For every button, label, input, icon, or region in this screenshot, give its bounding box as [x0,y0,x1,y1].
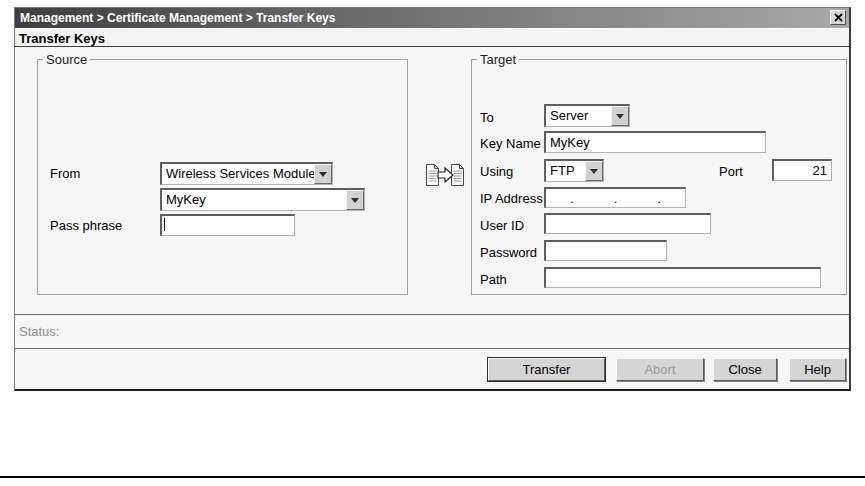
user-id-input[interactable] [544,213,711,234]
ip-dot: . [614,191,618,206]
path-input[interactable] [544,267,821,288]
to-select[interactable]: Server [544,104,630,127]
transfer-keys-dialog: Management > Certificate Management > Tr… [14,7,851,391]
ip-dot: . [570,191,574,206]
port-input[interactable] [772,159,832,181]
source-key-select[interactable]: MyKey [160,188,365,211]
page: Management > Certificate Management > Tr… [0,0,865,486]
text-cursor [164,218,165,231]
chevron-down-icon[interactable] [611,106,629,126]
target-group-legend: Target [477,52,519,67]
help-button[interactable]: Help [789,358,846,381]
status-label: Status: [19,324,59,339]
page-bottom-divider [0,476,865,478]
ip-address-label: IP Address [480,192,543,206]
abort-button: Abort [616,358,704,381]
chevron-down-icon[interactable] [346,190,364,210]
source-group-legend: Source [43,52,90,67]
status-bar: Status: [15,314,849,349]
source-key-select-value: MyKey [162,190,346,210]
from-select-value: Wireless Services Module [162,164,314,184]
to-label: To [480,111,494,125]
close-icon[interactable] [830,10,846,25]
target-group: Target To Server Key Name Using FTP Port… [471,52,847,295]
source-group: Source From Wireless Services Module MyK… [37,52,408,295]
transfer-documents-icon [425,161,465,189]
port-label: Port [719,165,743,179]
key-name-input[interactable] [544,131,766,153]
ip-address-input[interactable]: . . . [544,187,686,208]
page-title: Transfer Keys [19,31,105,46]
page-heading-row: Transfer Keys [15,28,849,47]
using-select[interactable]: FTP [544,159,604,182]
pass-phrase-input[interactable] [160,214,295,236]
to-select-value: Server [546,106,611,126]
from-select[interactable]: Wireless Services Module [160,162,333,185]
close-button[interactable]: Close [713,358,777,381]
x-glyph [834,13,843,22]
chevron-down-icon[interactable] [585,161,603,181]
using-select-value: FTP [546,161,585,181]
breadcrumb: Management > Certificate Management > Tr… [15,11,335,25]
ip-dot: . [657,191,661,206]
pass-phrase-label: Pass phrase [50,219,122,233]
key-name-label: Key Name [480,137,541,151]
chevron-down-icon[interactable] [314,164,332,184]
dialog-titlebar: Management > Certificate Management > Tr… [15,8,849,28]
from-label: From [50,167,80,181]
transfer-button[interactable]: Transfer [488,358,605,381]
password-label: Password [480,246,537,260]
using-label: Using [480,165,513,179]
path-label: Path [480,273,507,287]
password-input[interactable] [544,240,667,261]
user-id-label: User ID [480,219,524,233]
